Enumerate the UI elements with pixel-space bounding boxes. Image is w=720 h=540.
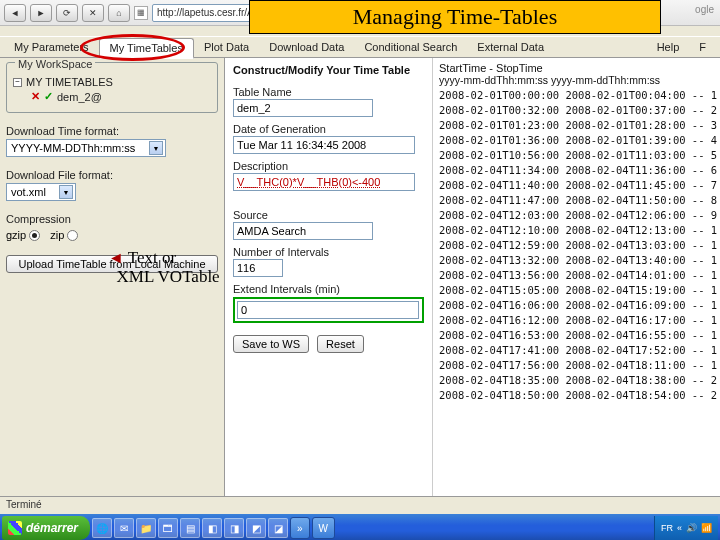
site-favicon: ▦ [134,6,148,20]
save-button[interactable]: Save to WS [233,335,309,353]
interval-row[interactable]: 2008-02-01T01:23:00 2008-02-01T01:28:00 … [439,118,717,133]
quicklaunch-icon[interactable]: ◪ [268,518,288,538]
interval-list-header: StartTime - StopTime [439,62,717,74]
main-panel: Construct/Modify Your Time Table Table N… [225,58,720,496]
tab-plot-data[interactable]: Plot Data [194,38,259,56]
reset-button[interactable]: Reset [317,335,364,353]
form-heading: Construct/Modify Your Time Table [233,64,424,76]
quicklaunch-icon[interactable]: 🌐 [92,518,112,538]
table-name-input[interactable]: dem_2 [233,99,373,117]
nav-reload-button[interactable]: ⟳ [56,4,78,22]
table-name-label: Table Name [233,86,424,98]
start-label: démarrer [26,521,78,535]
interval-row[interactable]: 2008-02-04T17:41:00 2008-02-04T17:52:00 … [439,343,717,358]
time-format-select[interactable]: YYYY-MM-DDThh:mm:ss ▼ [6,139,166,157]
quicklaunch-icon[interactable]: ▤ [180,518,200,538]
quicklaunch-icon[interactable]: 📁 [136,518,156,538]
workspace-fieldset: My WorkSpace − MY TIMETABLES ✕ ✓ dem_2@ [6,62,218,113]
page-title-overlay: Managing Time-Tables [249,0,661,34]
quicklaunch-icon[interactable]: ◩ [246,518,266,538]
form-column: Construct/Modify Your Time Table Table N… [225,58,433,496]
search-engine-hint: ogle [695,4,714,15]
interval-row[interactable]: 2008-02-04T11:34:00 2008-02-04T11:36:00 … [439,163,717,178]
check-icon[interactable]: ✓ [44,90,53,103]
tree-root-row[interactable]: − MY TIMETABLES [13,75,211,89]
sidebar: My WorkSpace − MY TIMETABLES ✕ ✓ dem_2@ … [0,58,225,496]
time-format-label: Download Time format: [6,125,218,137]
nav-stop-button[interactable]: ✕ [82,4,104,22]
delete-icon[interactable]: ✕ [31,90,40,103]
interval-row[interactable]: 2008-02-01T01:36:00 2008-02-01T01:39:00 … [439,133,717,148]
radio-icon [67,230,78,241]
description-label: Description [233,160,424,172]
interval-row[interactable]: 2008-02-04T12:10:00 2008-02-04T12:13:00 … [439,223,717,238]
taskbar-overflow[interactable]: » [290,517,310,539]
tab-extra[interactable]: F [689,38,716,56]
quicklaunch-icon[interactable]: ◨ [224,518,244,538]
tab-my-parameters[interactable]: My Parameters [4,38,99,56]
extend-intervals-input[interactable]: 0 [237,301,419,319]
tree-item-row[interactable]: ✕ ✓ dem_2@ [13,89,211,104]
interval-row[interactable]: 2008-02-01T10:56:00 2008-02-01T11:03:00 … [439,148,717,163]
nav-home-button[interactable]: ⌂ [108,4,130,22]
interval-row[interactable]: 2008-02-04T12:59:00 2008-02-04T13:03:00 … [439,238,717,253]
tray-net-icon[interactable]: « [677,523,682,533]
start-button[interactable]: démarrer [2,516,90,540]
date-gen-label: Date of Generation [233,123,424,135]
interval-row[interactable]: 2008-02-01T00:32:00 2008-02-01T00:37:00 … [439,103,717,118]
file-format-value: vot.xml [11,186,46,198]
tab-my-timetables[interactable]: My TimeTables [99,38,194,59]
tab-external-data[interactable]: External Data [467,38,554,56]
zip-label: zip [50,229,64,241]
interval-row[interactable]: 2008-02-04T18:50:00 2008-02-04T18:54:00 … [439,388,717,403]
highlight-green-box: 0 [233,297,424,323]
tab-help[interactable]: Help [647,38,690,56]
compression-label: Compression [6,213,218,225]
interval-row[interactable]: 2008-02-04T12:03:00 2008-02-04T12:06:00 … [439,208,717,223]
description-input[interactable]: V__THC(0)*V__THB(0)<-400 [233,173,415,191]
file-format-label: Download File format: [6,169,218,181]
nav-forward-button[interactable]: ► [30,4,52,22]
source-label: Source [233,209,424,221]
arrow-left-icon: ◄ [108,249,124,266]
taskbar-app-tab[interactable]: W [312,517,335,539]
interval-row[interactable]: 2008-02-04T15:05:00 2008-02-04T15:19:00 … [439,283,717,298]
nav-back-button[interactable]: ◄ [4,4,26,22]
interval-row[interactable]: 2008-02-04T16:12:00 2008-02-04T16:17:00 … [439,313,717,328]
interval-row[interactable]: 2008-02-04T16:53:00 2008-02-04T16:55:00 … [439,328,717,343]
interval-row[interactable]: 2008-02-04T11:40:00 2008-02-04T11:45:00 … [439,178,717,193]
tray-vol-icon[interactable]: 🔊 [686,523,697,533]
file-format-select[interactable]: vot.xml ▼ [6,183,76,201]
time-format-value: YYYY-MM-DDThh:mm:ss [11,142,135,154]
annotation-text: ◄ Text or XML VOTable [108,248,220,286]
quicklaunch-icon[interactable]: 🗔 [158,518,178,538]
interval-row[interactable]: 2008-02-04T16:06:00 2008-02-04T16:09:00 … [439,298,717,313]
interval-row[interactable]: 2008-02-04T13:32:00 2008-02-04T13:40:00 … [439,253,717,268]
chevron-down-icon: ▼ [149,141,163,155]
source-input[interactable]: AMDA Search [233,222,373,240]
gzip-option[interactable]: gzip [6,229,40,241]
interval-row[interactable]: 2008-02-04T17:56:00 2008-02-04T18:11:00 … [439,358,717,373]
zip-option[interactable]: zip [50,229,78,241]
num-intervals-input[interactable]: 116 [233,259,283,277]
system-tray[interactable]: FR « 🔊 📶 [654,516,718,540]
tree-collapse-icon[interactable]: − [13,78,22,87]
interval-row[interactable]: 2008-02-04T13:56:00 2008-02-04T14:01:00 … [439,268,717,283]
tab-download-data[interactable]: Download Data [259,38,354,56]
tab-conditional-search[interactable]: Conditional Search [354,38,467,56]
radio-icon [29,230,40,241]
tree-item-label: dem_2@ [57,91,102,103]
interval-row[interactable]: 2008-02-01T00:00:00 2008-02-01T00:04:00 … [439,88,717,103]
tray-signal-icon[interactable]: 📶 [701,523,712,533]
date-gen-input[interactable]: Tue Mar 11 16:34:45 2008 [233,136,415,154]
interval-list-subheader: yyyy-mm-ddThh:mm:ss yyyy-mm-ddThh:mm:ss [439,74,717,86]
interval-row[interactable]: 2008-02-04T11:47:00 2008-02-04T11:50:00 … [439,193,717,208]
quicklaunch-icon[interactable]: ◧ [202,518,222,538]
tray-lang[interactable]: FR [661,523,673,533]
windows-taskbar: démarrer 🌐 ✉ 📁 🗔 ▤ ◧ ◨ ◩ ◪ » W FR « 🔊 📶 [0,514,720,540]
quicklaunch-icon[interactable]: ✉ [114,518,134,538]
tree-root-label: MY TIMETABLES [26,76,113,88]
interval-list: StartTime - StopTime yyyy-mm-ddThh:mm:ss… [433,58,720,496]
interval-row[interactable]: 2008-02-04T18:35:00 2008-02-04T18:38:00 … [439,373,717,388]
extend-intervals-label: Extend Intervals (min) [233,283,424,295]
